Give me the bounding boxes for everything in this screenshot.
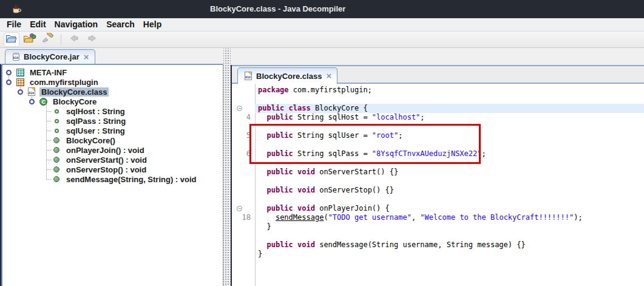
- field-icon: [52, 106, 61, 116]
- current-line-highlight: public class BlockyCore {: [255, 104, 644, 113]
- gutter-cell: [232, 250, 255, 259]
- gutter-cell: [232, 95, 255, 104]
- tree-item-label: onServerStop() : void: [64, 165, 148, 174]
- expand-handle-icon[interactable]: [6, 70, 12, 75]
- open-file-button[interactable]: [4, 32, 19, 47]
- tree-branch-line: [41, 126, 52, 135]
- gutter-cell: [232, 240, 255, 250]
- menu-help[interactable]: Help: [139, 18, 166, 31]
- tree-item-label: onServerStart() : void: [64, 155, 149, 165]
- code-line: public class BlockyCore {: [232, 104, 644, 113]
- tree-item-onserverstart-[interactable]: onServerStart() : void: [1, 155, 223, 165]
- tree-item-sqlhost[interactable]: sqlHost : String: [1, 106, 223, 116]
- class-tab-label: BlockyCore.class: [256, 72, 322, 81]
- tree-item-meta-inf[interactable]: META-INF: [1, 67, 223, 77]
- title-bar: BlockyCore.class - Java Decompiler: [0, 0, 644, 18]
- code-line: 18 sendMessage("TODO get username", "Wel…: [232, 213, 644, 222]
- gutter-cell: [232, 186, 255, 195]
- brush-icon: [42, 33, 54, 46]
- annotation-red-box: [249, 124, 481, 164]
- field-icon: [52, 116, 61, 126]
- jar-tab-strip: BlockyCore.jar ×: [0, 49, 223, 64]
- code-text: sendMessage("TODO get username", "Welcom…: [255, 213, 644, 222]
- menu-edit[interactable]: Edit: [25, 18, 50, 31]
- expand-handle-icon[interactable]: [6, 80, 12, 85]
- code-line: [232, 177, 644, 186]
- tree-item-sendmessage-string-[interactable]: sendMessage(String, String) : void: [1, 174, 223, 184]
- class-tab-strip: BlockyCore.class ×: [232, 65, 644, 84]
- search-button[interactable]: [40, 32, 56, 47]
- tree-item-sqluser[interactable]: sqlUser : String: [1, 126, 223, 135]
- tree-branch-line: [41, 155, 52, 165]
- jar-tab-label: BlockyCore.jar: [24, 52, 80, 61]
- gutter-cell: [232, 195, 255, 204]
- structure-pane: BlockyCore.jar × META-INFcom.myfirstplug…: [0, 49, 223, 286]
- class-file-icon: [27, 87, 36, 97]
- menu-search[interactable]: Search: [102, 18, 139, 31]
- close-tab-icon[interactable]: ×: [84, 53, 89, 61]
- expand-handle-icon[interactable]: [29, 99, 35, 104]
- main-content: BlockyCore.jar × META-INFcom.myfirstplug…: [0, 49, 644, 286]
- gutter-cell: [232, 86, 255, 95]
- tree-item-blockycore-[interactable]: BlockyCore(): [1, 135, 223, 145]
- line-number: 4: [232, 113, 255, 122]
- toolbar: [0, 32, 644, 48]
- tree-item-blockycore.class[interactable]: BlockyCore.class: [1, 87, 223, 97]
- tree-item-label: sqlPass : String: [64, 117, 127, 126]
- code-line: [232, 231, 644, 240]
- tree-item-onserverstop-[interactable]: onServerStop() : void: [1, 165, 223, 174]
- code-text: [255, 95, 644, 104]
- code-line: public void onServerStop() {}: [232, 186, 644, 195]
- gutter-cell: [232, 104, 255, 113]
- code-text: }: [255, 222, 644, 231]
- pane-splitter[interactable]: [223, 49, 231, 286]
- arrow-right-icon: [86, 33, 98, 46]
- code-text: package com.myfirstplugin;: [255, 86, 644, 95]
- tree-branch-line: [41, 145, 52, 155]
- source-panel: BlockyCore.class × package com.myfirstpl…: [231, 65, 644, 286]
- code-editor[interactable]: package com.myfirstplugin;public class B…: [232, 84, 644, 286]
- close-tab-icon[interactable]: ×: [326, 72, 331, 80]
- fold-collapse-icon[interactable]: [237, 106, 242, 111]
- expand-handle-icon[interactable]: [18, 89, 23, 95]
- tree-item-label: onPlayerJoin() : void: [64, 146, 146, 155]
- back-button: [66, 32, 82, 47]
- code-text: public void onServerStop() {}: [255, 186, 644, 195]
- code-line: public void sendMessage(String username,…: [232, 240, 644, 250]
- fold-collapse-icon[interactable]: [237, 206, 242, 211]
- code-line: public void onServerStart() {}: [232, 168, 644, 177]
- gutter-cell: 4: [232, 113, 255, 122]
- menu-file[interactable]: File: [2, 18, 25, 31]
- tree-branch-line: [41, 106, 52, 116]
- line-number: 18: [232, 213, 255, 222]
- class-file-icon: [243, 71, 253, 81]
- gutter-cell: 18: [232, 213, 255, 222]
- arrow-left-icon: [68, 33, 80, 46]
- tree-item-label: BlockyCore: [51, 97, 98, 106]
- tree-item-label: com.myfirstplugin: [28, 78, 100, 87]
- forward-button: [84, 32, 100, 47]
- tree-item-label: META-INF: [28, 68, 69, 77]
- jd-gui-window: BlockyCore.class - Java Decompiler FileE…: [0, 0, 644, 286]
- method-icon: [52, 135, 61, 145]
- tree-item-onplayerjoin-[interactable]: onPlayerJoin() : void: [1, 145, 223, 155]
- source-pane-spacer: [231, 49, 644, 65]
- code-text: public void sendMessage(String username,…: [255, 240, 644, 250]
- gutter-cell: [232, 204, 255, 213]
- tab-blockycore-class[interactable]: BlockyCore.class ×: [237, 67, 337, 84]
- tree-item-label: BlockyCore.class: [39, 87, 109, 97]
- open-type-button[interactable]: [22, 32, 38, 47]
- method-icon: [52, 174, 61, 184]
- source-pane: BlockyCore.class × package com.myfirstpl…: [231, 49, 644, 286]
- tree-item-blockycore[interactable]: BlockyCore: [1, 97, 223, 106]
- package-tree: META-INFcom.myfirstpluginBlockyCore.clas…: [1, 65, 223, 184]
- tree-item-sqlpass[interactable]: sqlPass : String: [1, 116, 223, 126]
- code-text: public void onServerStart() {}: [255, 168, 644, 177]
- code-line: [232, 95, 644, 104]
- menu-navigation[interactable]: Navigation: [50, 18, 103, 31]
- tree-item-com.myfirstplugin[interactable]: com.myfirstplugin: [1, 77, 223, 87]
- tab-blockycore-jar[interactable]: BlockyCore.jar ×: [5, 49, 95, 64]
- package-icon-orange: [15, 77, 25, 87]
- tree-branch-line: [41, 116, 52, 126]
- java-cup-icon: [11, 4, 22, 17]
